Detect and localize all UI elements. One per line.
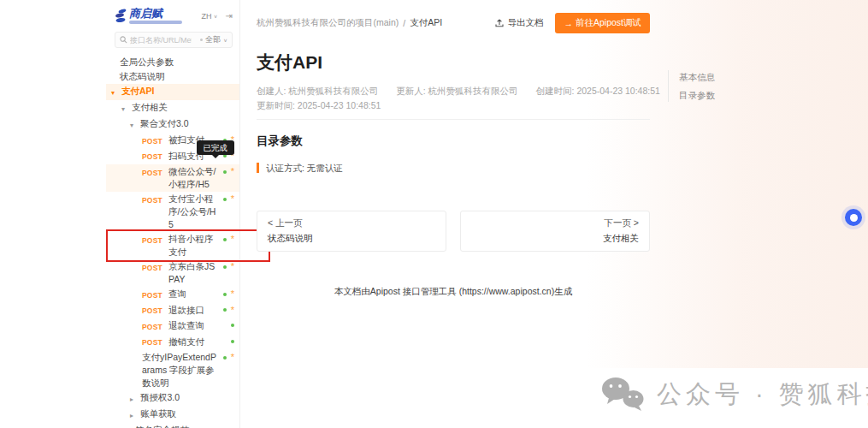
tree-item[interactable]: 支付yIPayExtendParams 字段扩展参数说明* [106, 350, 239, 390]
page-title: 支付API [257, 51, 650, 74]
search-icon [120, 36, 127, 44]
toc-item[interactable]: 基本信息 [669, 72, 715, 82]
prev-page-label: < 上一页 [268, 217, 435, 229]
status-dot-icon [223, 170, 227, 174]
star-icon: * [231, 265, 234, 269]
toc-item[interactable]: 目录参数 [669, 90, 715, 100]
caret-right-icon[interactable]: ▸ [130, 407, 140, 422]
status-indicators: * [223, 165, 234, 174]
language-label: ZH [201, 12, 211, 21]
tree-item[interactable]: POST查询* [106, 287, 239, 303]
watermark: 公众号 · 赞狐科技 [600, 375, 868, 413]
prev-page-card[interactable]: < 上一页 状态码说明 [257, 211, 446, 252]
chat-bubble-icon [850, 214, 858, 222]
tree-item-label: 状态码说明 [120, 70, 234, 83]
tree-item[interactable]: 全局公共参数 [106, 55, 239, 69]
goto-apipost-debug-button[interactable]: → 前往Apipost调试 [555, 13, 650, 33]
breadcrumb-project[interactable]: 杭州赞狐科技有限公司的项目(main) [257, 17, 399, 29]
search-row: 全部 ∨ [106, 27, 239, 51]
wechat-icon [600, 376, 645, 412]
export-doc-label: 导出文档 [507, 17, 543, 29]
language-selector[interactable]: ZH ∨ [201, 12, 217, 21]
sidebar-tree: 全局公共参数状态码说明▾支付API▾支付相关▾聚合支付3.0POST被扫支付*P… [106, 51, 239, 428]
tree-item[interactable]: POST支付宝小程序/公众号/H5* [106, 192, 239, 232]
tree-item[interactable]: 签名安全规范 [106, 423, 239, 428]
next-page-card[interactable]: 下一页 > 支付相关 [460, 211, 650, 252]
tree-item[interactable]: POST退款查询 [106, 318, 239, 335]
tree-item[interactable]: ▸账单获取 [106, 407, 239, 423]
tree-item-label: 支付宝小程序/公众号/H5 [168, 193, 221, 231]
tree-item-label: 支付API [121, 85, 234, 98]
sidebar-header: 商启赋 ZH ∨ ⇥ [106, 0, 239, 27]
meta-created-time: 创建时间: 2025-04-23 10:48:51 [534, 86, 660, 96]
caret-down-icon[interactable]: ▾ [130, 117, 140, 132]
logo-text: 商启赋 [129, 8, 182, 19]
star-icon: * [231, 169, 234, 174]
status-indicators [231, 424, 234, 428]
tree-item[interactable]: ▾聚合支付3.0 [106, 116, 239, 133]
star-icon: * [231, 237, 234, 241]
tree-item[interactable]: POST抖音小程序支付* [106, 232, 239, 259]
caret-down-icon[interactable]: ▾ [111, 85, 121, 99]
logo-tagline [129, 21, 182, 24]
breadcrumb: 杭州赞狐科技有限公司的项目(main) / 支付API [257, 17, 442, 29]
status-indicators: * [223, 233, 234, 241]
meta-updated-time: 更新时间: 2025-04-23 10:48:51 [257, 100, 381, 110]
method-badge: POST [142, 150, 164, 164]
status-dot-icon [223, 198, 227, 201]
status-dot-icon [231, 340, 234, 343]
breadcrumb-separator: / [403, 18, 405, 28]
auth-callout: 认证方式: 无需认证 [257, 163, 650, 173]
collapse-sidebar-icon[interactable]: ⇥ [226, 11, 233, 21]
meta-creator: 创建人: 杭州赞狐科技有限公司 [257, 86, 378, 96]
tree-item[interactable]: 状态码说明 [106, 69, 239, 84]
caret-right-icon[interactable]: ▸ [130, 391, 140, 406]
caret-down-icon[interactable]: ▾ [121, 101, 132, 116]
status-dot-icon [223, 238, 227, 241]
tooltip-arrow-icon [212, 155, 219, 158]
tree-item-label: 账单获取 [140, 407, 234, 420]
method-badge: POST [142, 288, 164, 302]
tree-item[interactable]: ▸预授权3.0 [106, 390, 239, 407]
tree-item-label: 全局公共参数 [120, 56, 234, 68]
tree-item[interactable]: POST微信公众号/小程序/H5* [106, 164, 239, 192]
status-dot-icon [223, 154, 227, 158]
status-dot-icon [223, 265, 227, 269]
search-input[interactable] [130, 36, 192, 45]
tree-item[interactable]: POST扫码支付*已完成 [106, 149, 239, 165]
tree-item-label: 退款查询 [168, 319, 228, 332]
filter-label: 全部 [205, 34, 221, 45]
method-badge: POST [142, 134, 164, 148]
chat-float-button[interactable] [845, 209, 862, 226]
status-indicators: * [223, 351, 234, 360]
star-icon: * [231, 292, 234, 296]
next-page-title: 支付相关 [471, 233, 639, 245]
star-icon: * [231, 197, 234, 201]
status-indicators [231, 319, 234, 327]
tree-item-label: 微信公众号/小程序/H5 [168, 165, 221, 191]
tree-item-label: 聚合支付3.0 [140, 117, 234, 130]
search-box[interactable]: 全部 ∨ [115, 32, 233, 48]
tree-item[interactable]: ▾支付API [106, 84, 239, 100]
tree-item[interactable]: POST退款接口* [106, 303, 239, 319]
search-filter-dropdown[interactable]: 全部 ∨ [200, 34, 227, 45]
status-dot-icon [223, 308, 227, 312]
method-badge: POST [142, 319, 164, 334]
filter-dot-icon [200, 39, 203, 41]
status-tooltip: 已完成 [197, 140, 235, 155]
tree-item[interactable]: POST京东白条JSPAY* [106, 259, 239, 287]
section-title: 目录参数 [257, 134, 650, 149]
chevron-down-icon: ∨ [213, 13, 217, 18]
divider [257, 119, 650, 120]
method-badge: POST [142, 336, 164, 350]
topbar: 杭州赞狐科技有限公司的项目(main) / 支付API 导出文档 → 前往Api… [257, 13, 650, 33]
prev-page-title: 状态码说明 [268, 233, 435, 245]
method-badge: POST [142, 165, 164, 180]
arrow-right-icon: → [564, 18, 573, 28]
tree-item[interactable]: POST撤销支付 [106, 335, 239, 351]
tree-item-label: 京东白条JSPAY [168, 260, 221, 286]
tree-item-label: 查询 [168, 288, 221, 300]
tree-item[interactable]: ▾支付相关 [106, 100, 239, 116]
export-doc-button[interactable]: 导出文档 [495, 17, 543, 29]
status-dot-icon [223, 356, 227, 360]
